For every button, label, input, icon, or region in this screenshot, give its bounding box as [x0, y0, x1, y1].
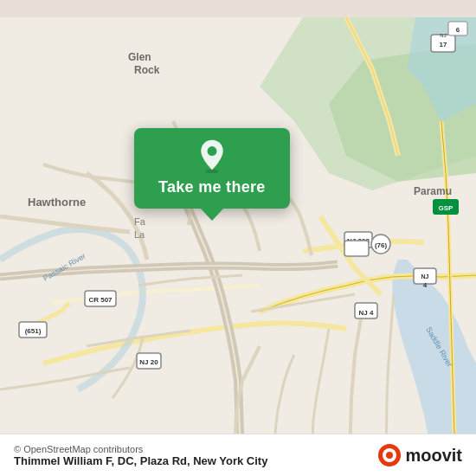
location-pin-icon [195, 138, 229, 173]
svg-text:CR 507: CR 507 [88, 296, 113, 304]
svg-text:4: 4 [423, 281, 428, 289]
svg-text:Fa: Fa [134, 216, 146, 227]
svg-text:Rock: Rock [134, 64, 160, 76]
svg-text:17: 17 [440, 41, 447, 48]
bottom-bar-left: © OpenStreetMap contributors Thimmel Wil… [14, 444, 267, 467]
map-background: 17 NJ NJ 4 NJ 4 NJ 208 x (76) CR 507 NJ … [0, 0, 476, 476]
bottom-bar: © OpenStreetMap contributors Thimmel Wil… [0, 434, 476, 476]
svg-text:GSP: GSP [439, 204, 454, 212]
svg-text:Hawthorne: Hawthorne [28, 196, 86, 209]
moovit-logo-icon [377, 443, 402, 467]
location-name: Thimmel William F, DC, Plaza Rd, New Yor… [14, 454, 267, 467]
take-me-there-callout[interactable]: Take me there [134, 128, 290, 209]
svg-text:Paramu: Paramu [414, 185, 452, 197]
copyright-text: © OpenStreetMap contributors [14, 444, 267, 454]
svg-text:NJ 4: NJ 4 [359, 309, 374, 317]
svg-text:x: x [344, 235, 348, 241]
svg-point-39 [386, 452, 393, 459]
bottom-bar-info: © OpenStreetMap contributors Thimmel Wil… [14, 444, 267, 467]
svg-text:NJ: NJ [421, 273, 429, 280]
svg-point-36 [207, 146, 216, 156]
callout-label: Take me there [158, 178, 266, 196]
svg-text:6: 6 [456, 26, 460, 34]
moovit-logo: moovit [377, 443, 462, 467]
svg-text:NJ 20: NJ 20 [139, 358, 158, 366]
svg-text:(76): (76) [375, 241, 388, 249]
svg-text:(651): (651) [25, 327, 42, 335]
moovit-brand-text: moovit [405, 446, 462, 466]
svg-text:Glen: Glen [128, 51, 151, 63]
map-container: 17 NJ NJ 4 NJ 4 NJ 208 x (76) CR 507 NJ … [0, 0, 476, 476]
svg-text:La: La [134, 229, 145, 240]
svg-rect-13 [344, 241, 369, 256]
svg-text:NJ: NJ [440, 33, 446, 38]
